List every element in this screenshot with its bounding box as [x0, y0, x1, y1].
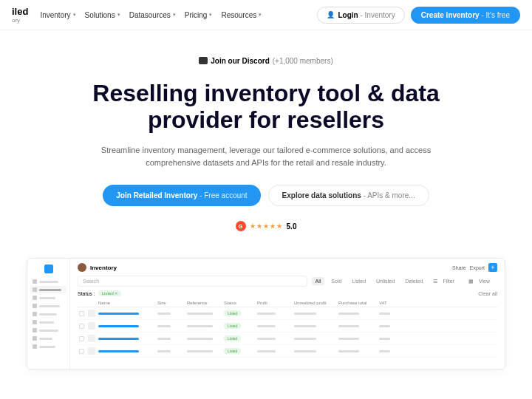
nav-resources[interactable]: Resources▾	[221, 11, 262, 19]
login-button[interactable]: 👤Login - Inventory	[317, 7, 404, 24]
view-button[interactable]: ▦ View	[465, 277, 497, 286]
join-button[interactable]: Join Retailed Inventory - Free account	[103, 185, 260, 206]
table-row[interactable]: Listed	[78, 320, 497, 332]
table-row[interactable]: Listed	[78, 307, 497, 320]
add-button[interactable]: +	[488, 263, 497, 272]
filter-deleted[interactable]: Deleted	[401, 277, 426, 285]
g2-icon: G	[236, 221, 246, 231]
filter-all[interactable]: All	[312, 277, 325, 285]
status-badge[interactable]: Listed ×	[98, 290, 121, 296]
nav-datasources[interactable]: Datasources▾	[129, 11, 176, 19]
table-row[interactable]: Listed	[78, 345, 497, 358]
explore-button[interactable]: Explore data solutions - APIs & more...	[268, 185, 429, 206]
preview-logo-icon	[44, 265, 53, 273]
avatar	[78, 263, 86, 272]
export-button[interactable]: Export	[470, 265, 485, 270]
user-icon: 👤	[327, 11, 335, 18]
share-button[interactable]: Share	[452, 265, 466, 270]
table-row[interactable]: Listed	[78, 332, 497, 345]
chevron-down-icon: ▾	[259, 12, 262, 18]
nav-pricing[interactable]: Pricing▾	[185, 11, 213, 19]
discord-icon	[199, 57, 208, 64]
clear-all-button[interactable]: Clear all	[478, 291, 497, 296]
logo[interactable]: iledory	[12, 6, 28, 24]
search-input[interactable]: Search	[78, 276, 307, 287]
main-nav: Inventory▾ Solutions▾ Datasources▾ Prici…	[40, 11, 262, 19]
preview-sidebar	[27, 259, 70, 369]
chevron-down-icon: ▾	[73, 12, 76, 18]
app-preview: Inventory ShareExport+ Search All Sold L…	[27, 258, 505, 370]
filter-unlisted[interactable]: Unlisted	[372, 277, 398, 285]
stars-icon: ★★★★★	[250, 222, 283, 230]
chevron-down-icon: ▾	[209, 12, 212, 18]
create-inventory-button[interactable]: Create inventory - It's free	[411, 7, 520, 24]
chevron-down-icon: ▾	[173, 12, 176, 18]
chevron-down-icon: ▾	[117, 12, 120, 18]
nav-inventory[interactable]: Inventory▾	[40, 11, 75, 19]
filter-button[interactable]: ☰ Filter	[429, 277, 462, 286]
hero-subtitle: Streamline inventory management, leverag…	[81, 144, 451, 168]
rating: G ★★★★★ 5.0	[30, 221, 502, 231]
filter-sold[interactable]: Sold	[327, 277, 345, 285]
nav-solutions[interactable]: Solutions▾	[85, 11, 120, 19]
preview-title: Inventory	[90, 265, 117, 271]
table-header: NameSizeReferenceStatusProfitUnrealized …	[78, 299, 497, 307]
hero-title: Reselling inventory tool & dataprovider …	[30, 80, 502, 134]
filter-listed[interactable]: Listed	[348, 277, 369, 285]
discord-link[interactable]: Join our Discord(+1,000 members)	[199, 57, 332, 65]
